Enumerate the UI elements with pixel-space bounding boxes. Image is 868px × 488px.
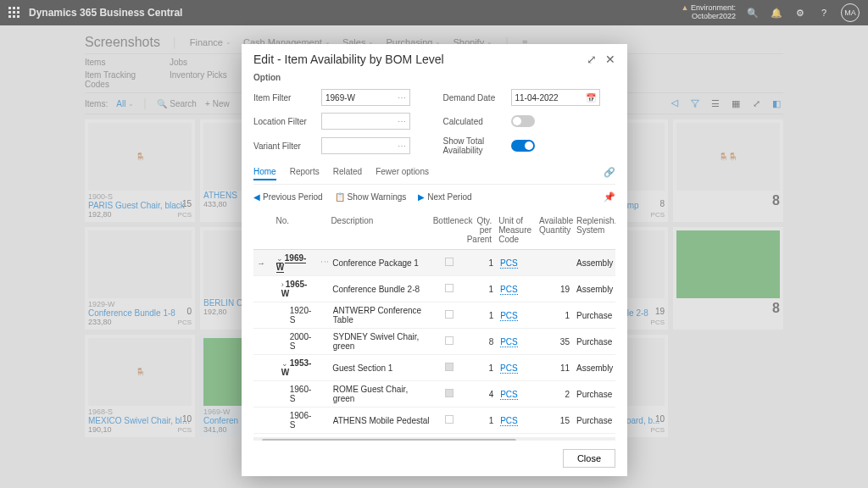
bottleneck-checkbox — [445, 415, 453, 424]
uom-link[interactable]: PCS — [500, 311, 518, 321]
close-icon[interactable]: ✕ — [605, 53, 615, 66]
uom-link[interactable]: PCS — [500, 416, 518, 426]
calculated-toggle[interactable] — [511, 115, 535, 127]
variant-filter-input[interactable]: ⋯ — [321, 137, 410, 154]
table-row[interactable]: 1960-SROME Guest Chair, green4PCS2Purcha… — [253, 381, 615, 408]
next-period-button[interactable]: ▶Next Period — [418, 192, 471, 202]
uom-link[interactable]: PCS — [500, 337, 518, 347]
col-desc[interactable]: Description — [327, 214, 429, 246]
tab-related[interactable]: Related — [333, 167, 362, 180]
table-row[interactable]: 1906-SATHENS Mobile Pedestal1PCS15Purcha… — [253, 408, 615, 434]
table-row[interactable]: 2000-SSYDNEY Swivel Chair, green8PCS35Pu… — [253, 329, 615, 355]
modal-title: Edit - Item Availability by BOM Level — [253, 53, 444, 66]
bom-availability-modal: Edit - Item Availability by BOM Level ⤢ … — [242, 44, 627, 476]
col-qty[interactable]: Qty. per Parent — [464, 214, 495, 246]
tab-home[interactable]: Home — [253, 167, 276, 180]
show-total-toggle[interactable] — [511, 140, 535, 152]
table-row[interactable]: ⌄1953-WGuest Section 11PCS11Assembly — [253, 355, 615, 381]
row-menu-icon[interactable]: ⋮ — [320, 258, 329, 266]
col-available[interactable]: Available Quantity — [536, 214, 573, 246]
demand-date-input[interactable]: 11-04-2022📅 — [511, 89, 600, 106]
uom-link[interactable]: PCS — [500, 285, 518, 295]
bottleneck-checkbox — [445, 363, 453, 371]
bottleneck-checkbox — [445, 336, 453, 345]
bottleneck-checkbox — [445, 310, 453, 319]
prev-period-button[interactable]: ◀Previous Period — [253, 192, 323, 202]
maximize-icon[interactable]: ⤢ — [587, 53, 597, 66]
show-total-label: Show Total Availability — [443, 136, 511, 155]
share-icon[interactable]: 🔗 — [604, 167, 615, 180]
uom-link[interactable]: PCS — [500, 363, 518, 374]
expand-icon[interactable]: › — [281, 280, 284, 289]
location-filter-label: Location Filter — [253, 117, 321, 126]
bottleneck-checkbox — [445, 258, 453, 266]
bom-table: No. Description Bottleneck Qty. per Pare… — [253, 211, 615, 441]
table-row[interactable]: 1920-SANTWERP Conference Table1PCS1Purch… — [253, 302, 615, 329]
tab-fewer[interactable]: Fewer options — [376, 167, 429, 180]
uom-link[interactable]: PCS — [500, 258, 518, 269]
location-filter-input[interactable]: ⋯ — [321, 113, 410, 130]
col-bottleneck[interactable]: Bottleneck — [430, 214, 464, 246]
col-replenish[interactable]: Replenish... System — [573, 214, 615, 246]
item-filter-label: Item Filter — [253, 93, 321, 103]
bottleneck-checkbox — [445, 389, 453, 397]
col-no[interactable]: No. — [272, 214, 315, 246]
table-row[interactable]: ›1965-WConference Bundle 2-81PCS19Assemb… — [253, 276, 615, 302]
table-row[interactable]: →⌄1969-W⋮Conference Package 11PCSAssembl… — [253, 250, 615, 276]
calendar-icon: 📅 — [586, 93, 596, 103]
calculated-label: Calculated — [443, 117, 511, 126]
expand-icon[interactable]: ⌄ — [281, 359, 288, 368]
horizontal-scrollbar[interactable] — [253, 437, 615, 441]
modal-tabs: Home Reports Related Fewer options 🔗 — [253, 167, 615, 185]
item-filter-input[interactable]: 1969-W⋯ — [321, 89, 410, 106]
tab-reports[interactable]: Reports — [290, 167, 320, 180]
variant-filter-label: Variant Filter — [253, 141, 321, 151]
section-label: Option — [253, 73, 615, 82]
close-button[interactable]: Close — [563, 449, 615, 468]
uom-link[interactable]: PCS — [500, 390, 518, 400]
show-warnings-button[interactable]: 📋Show Warnings — [335, 192, 407, 202]
demand-date-label: Demand Date — [443, 93, 511, 103]
col-uom[interactable]: Unit of Measure Code — [495, 214, 536, 246]
bottleneck-checkbox — [445, 284, 453, 292]
pin-icon[interactable]: 📌 — [604, 191, 615, 202]
